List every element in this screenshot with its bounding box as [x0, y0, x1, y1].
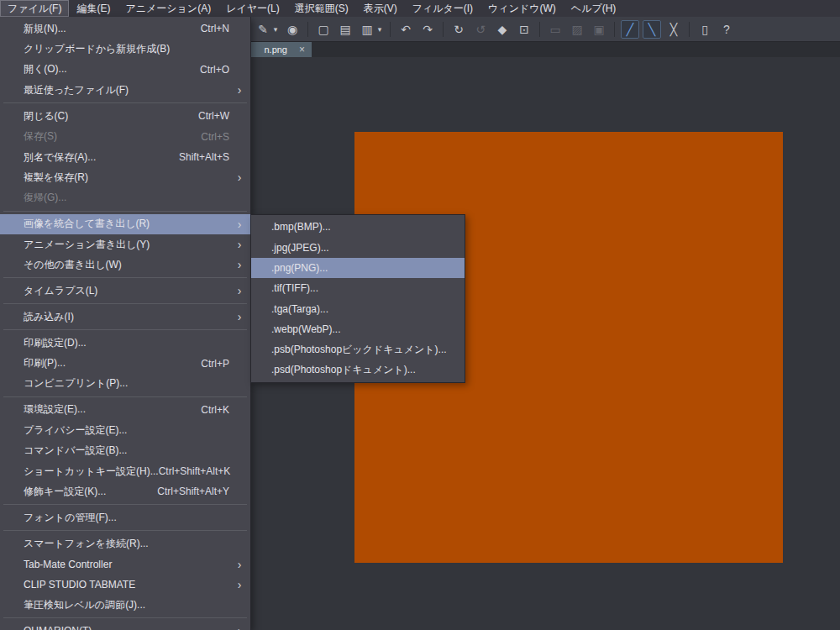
menubar-item[interactable]: レイヤー(L) [218, 0, 287, 17]
submenu-arrow-icon: › [233, 310, 246, 323]
new-document-icon[interactable]: ▢ [314, 20, 333, 39]
file-menu-item[interactable]: 開く(O)...Ctrl+O [0, 60, 250, 80]
file-menu-item[interactable]: コンビニプリント(P)... [0, 374, 250, 394]
menu-item-label: クリップボードから新規作成(B) [24, 42, 233, 56]
file-menu-item[interactable]: 修飾キー設定(K)...Ctrl+Shift+Alt+Y [0, 481, 250, 501]
open-file-icon[interactable]: ▤ [336, 20, 354, 39]
file-menu-item[interactable]: 別名で保存(A)...Shift+Alt+S [0, 147, 250, 167]
crop-icon[interactable]: ⊡ [515, 20, 533, 39]
menu-item-label: .bmp(BMP)... [271, 221, 447, 233]
submenu-arrow-icon: › [233, 83, 246, 97]
export-format-item[interactable]: .psb(Photoshopビックドキュメント)... [251, 339, 465, 360]
file-menu-item[interactable]: プライバシー設定(E)... [0, 420, 250, 440]
export-format-item[interactable]: .psd(Photoshopドキュメント)... [251, 360, 465, 381]
registration-mark-icon[interactable]: ◉ [283, 20, 302, 39]
file-menu-item[interactable]: CLIP STUDIO TABMATE› [0, 575, 250, 595]
select-rectangle-icon[interactable]: ▭ [546, 20, 564, 39]
file-menu-item[interactable]: 読み込み(I)› [0, 307, 250, 327]
file-menu-item[interactable]: 最近使ったファイル(F)› [0, 80, 250, 100]
export-format-item[interactable]: .bmp(BMP)... [251, 217, 465, 237]
tab-close-icon[interactable]: × [299, 45, 305, 55]
toolbar-separator [307, 22, 308, 37]
menu-separator [3, 617, 247, 618]
tablet-icon[interactable]: ▯ [696, 20, 714, 39]
menu-item-label: 新規(N)... [24, 22, 201, 36]
submenu-arrow-icon: › [233, 284, 246, 297]
navigator-icon[interactable]: ◆ [493, 20, 512, 39]
file-menu-item[interactable]: QUMARION(T)› [0, 621, 250, 630]
menu-item-label: .tif(TIFF)... [271, 282, 447, 294]
print-icon[interactable]: ▥ [358, 20, 376, 39]
snap-grid-icon[interactable]: ╳ [664, 20, 683, 39]
file-menu-item[interactable]: 印刷設定(D)... [0, 333, 250, 353]
menu-item-shortcut: Ctrl+Shift+Alt+K [159, 465, 231, 477]
menubar-item[interactable]: 編集(E) [69, 0, 118, 17]
toolbar-separator [539, 22, 540, 37]
menubar-item[interactable]: ファイル(F) [0, 0, 69, 17]
file-menu-item[interactable]: 閉じる(C)Ctrl+W [0, 106, 250, 126]
export-format-item[interactable]: .png(PNG)... [251, 258, 465, 278]
submenu-arrow-icon: › [233, 171, 246, 184]
undo-icon[interactable]: ↶ [396, 20, 415, 39]
pen-tool-icon[interactable]: ✎ [254, 20, 272, 39]
menu-item-label: Tab-Mate Controller [24, 559, 233, 570]
file-menu-item[interactable]: 新規(N)...Ctrl+N [0, 18, 250, 39]
menu-item-label: 閉じる(C) [24, 109, 198, 123]
file-menu-item[interactable]: アニメーション書き出し(Y)› [0, 234, 250, 255]
export-format-item[interactable]: .jpg(JPEG)... [251, 237, 465, 257]
file-menu-item[interactable]: 復帰(G)... [0, 188, 250, 208]
frame-border-icon[interactable]: ▣ [590, 20, 608, 39]
file-menu-item[interactable]: タイムラプス(L)› [0, 281, 250, 301]
export-format-item[interactable]: .tga(Targa)... [251, 299, 465, 319]
menu-item-label: 最近使ったファイル(F) [24, 83, 233, 97]
menu-item-label: .tga(Targa)... [271, 303, 447, 315]
file-menu-item[interactable]: クリップボードから新規作成(B) [0, 39, 250, 59]
file-menu-item[interactable]: スマートフォンを接続(R)... [0, 533, 250, 554]
file-menu-item[interactable]: 印刷(P)...Ctrl+P [0, 353, 250, 373]
menu-item-label: 修飾キー設定(K)... [24, 485, 157, 499]
file-menu-item[interactable]: その他の書き出し(W)› [0, 255, 250, 275]
file-menu-item[interactable]: 筆圧検知レベルの調節(J)... [0, 595, 250, 615]
menubar-item[interactable]: アニメーション(A) [118, 0, 218, 17]
export-format-item[interactable]: .tif(TIFF)... [251, 278, 465, 298]
menubar-item[interactable]: フィルター(I) [405, 0, 480, 17]
menubar-item[interactable]: 選択範囲(S) [287, 0, 356, 17]
pen-tool-dropdown-icon[interactable]: ▾ [271, 20, 280, 39]
select-layer-icon[interactable]: ▨ [568, 20, 586, 39]
menu-item-label: .psd(Photoshopドキュメント)... [271, 363, 447, 377]
menu-item-shortcut: Ctrl+N [201, 23, 229, 34]
snap-special-ruler-icon[interactable]: ╲ [643, 20, 661, 39]
file-menu-item[interactable]: ショートカットキー設定(H)...Ctrl+Shift+Alt+K [0, 461, 250, 481]
export-flattened-submenu: .bmp(BMP)....jpg(JPEG)....png(PNG)....ti… [250, 214, 465, 383]
menubar-item[interactable]: ヘルプ(H) [564, 0, 624, 17]
refresh-icon[interactable]: ↻ [449, 20, 468, 39]
redo-icon[interactable]: ↷ [418, 20, 437, 39]
menu-item-label: プライバシー設定(E)... [24, 423, 233, 438]
menu-item-label: CLIP STUDIO TABMATE [24, 579, 233, 591]
file-menu-item[interactable]: 保存(S)Ctrl+S [0, 126, 250, 146]
submenu-arrow-icon: › [233, 258, 246, 271]
export-format-item[interactable]: .webp(WebP)... [251, 319, 465, 339]
file-menu-item[interactable]: 環境設定(E)...Ctrl+K [0, 400, 250, 420]
menu-separator [3, 530, 247, 531]
help-icon[interactable]: ? [717, 20, 736, 39]
menubar-item[interactable]: ウィンドウ(W) [480, 0, 564, 17]
menu-item-label: 読み込み(I) [24, 310, 233, 324]
menu-item-label: スマートフォンを接続(R)... [24, 537, 233, 551]
menubar: ファイル(F)編集(E)アニメーション(A)レイヤー(L)選択範囲(S)表示(V… [0, 0, 840, 17]
file-menu-item[interactable]: フォントの管理(F)... [0, 507, 250, 528]
menu-separator [3, 303, 247, 304]
menu-item-label: コンビニプリント(P)... [24, 376, 233, 391]
menu-item-label: フォントの管理(F)... [24, 511, 233, 525]
menu-separator [3, 329, 247, 330]
snap-ruler-icon[interactable]: ╱ [621, 20, 639, 39]
menu-item-shortcut: Ctrl+P [201, 358, 229, 370]
file-menu-item[interactable]: 複製を保存(R)› [0, 167, 250, 187]
file-menu-item[interactable]: Tab-Mate Controller› [0, 554, 250, 574]
rotate-canvas-icon[interactable]: ↺ [471, 20, 490, 39]
file-menu-item[interactable]: コマンドバー設定(B)... [0, 440, 250, 460]
menu-item-label: .webp(WebP)... [271, 323, 447, 335]
file-menu-item[interactable]: 画像を統合して書き出し(R)› [0, 214, 250, 234]
print-dropdown-icon[interactable]: ▾ [375, 20, 384, 39]
menubar-item[interactable]: 表示(V) [356, 0, 405, 17]
